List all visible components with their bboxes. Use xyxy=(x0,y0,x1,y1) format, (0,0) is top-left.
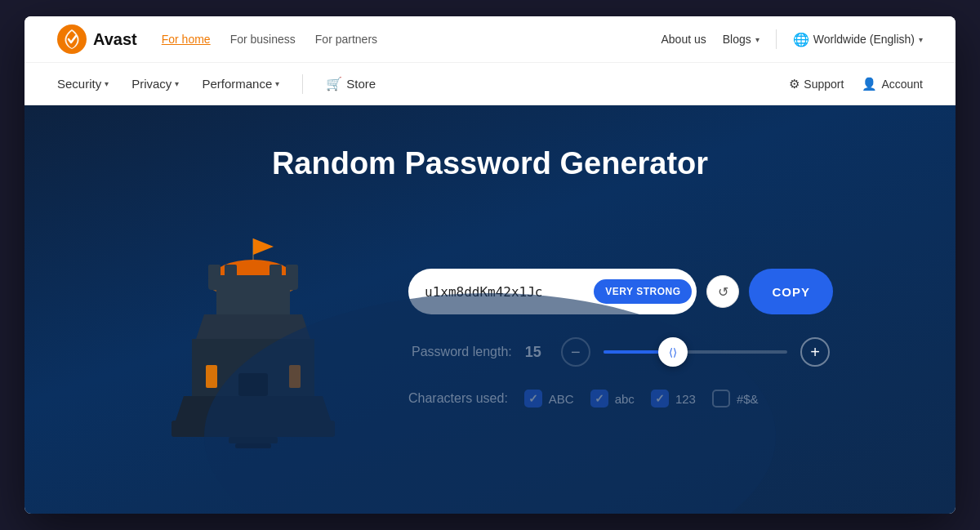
nav-privacy[interactable]: Privacy ▾ xyxy=(131,63,179,105)
slider-row: Password length: 15 − ⟨⟩ + xyxy=(408,337,833,367)
logo[interactable]: Avast xyxy=(57,24,137,54)
main-content: Random Password Generator xyxy=(24,105,956,514)
fortress-illustration xyxy=(147,222,359,454)
checkbox-ABC[interactable]: ✓ xyxy=(524,390,542,408)
password-row: u1xm8ddKm42x1Jc VERY STRONG ↺ COPY xyxy=(408,269,833,314)
nav-bottom-right: ⚙ Support 👤 Account xyxy=(789,77,923,91)
svg-marker-2 xyxy=(253,238,274,255)
svg-rect-15 xyxy=(238,373,268,396)
svg-rect-10 xyxy=(216,290,290,314)
nav-for-business[interactable]: For business xyxy=(230,33,296,46)
worldwide-chevron-icon: ▾ xyxy=(919,35,923,44)
nav-top-links: For home For business For partners xyxy=(162,33,377,46)
nav-top: Avast For home For business For partners… xyxy=(24,16,956,63)
avast-logo-icon xyxy=(57,24,87,54)
logo-text: Avast xyxy=(93,30,137,49)
slider-thumb[interactable]: ⟨⟩ xyxy=(658,337,688,367)
svg-rect-17 xyxy=(206,365,217,388)
nav-top-right: About us Blogs ▾ 🌐 Worldwide (English) ▾ xyxy=(661,29,923,49)
decrease-length-button[interactable]: − xyxy=(561,337,590,367)
nav-for-partners[interactable]: For partners xyxy=(315,33,377,46)
generator-panel: u1xm8ddKm42x1Jc VERY STRONG ↺ COPY Passw… xyxy=(408,269,833,408)
nav-about-us[interactable]: About us xyxy=(661,33,706,46)
nav-support[interactable]: ⚙ Support xyxy=(789,77,844,91)
char-special-label: #$& xyxy=(737,392,759,406)
increase-length-button[interactable]: + xyxy=(800,337,830,367)
svg-rect-20 xyxy=(229,437,278,443)
nav-bottom-separator xyxy=(302,74,303,94)
char-option-abc[interactable]: ✓ abc xyxy=(590,390,635,408)
chars-row: Characters used: ✓ ABC ✓ abc xyxy=(408,390,833,408)
checkbox-special[interactable] xyxy=(712,390,730,408)
nav-separator xyxy=(776,29,777,49)
slider-track xyxy=(604,350,787,354)
strength-badge: VERY STRONG xyxy=(594,279,692,304)
nav-blogs[interactable]: Blogs ▾ xyxy=(723,33,760,46)
privacy-chevron-icon: ▾ xyxy=(175,63,179,105)
char-123-label: 123 xyxy=(675,392,696,406)
checkbox-abc-mark: ✓ xyxy=(595,392,604,405)
checkbox-123-mark: ✓ xyxy=(655,392,665,405)
svg-rect-7 xyxy=(225,265,237,279)
nav-bottom: Security ▾ Privacy ▾ Performance ▾ 🛒 Sto… xyxy=(24,63,956,105)
browser-window: Avast For home For business For partners… xyxy=(24,16,956,514)
svg-rect-5 xyxy=(208,275,298,290)
copy-button[interactable]: COPY xyxy=(749,269,833,314)
cart-icon: 🛒 xyxy=(326,63,342,105)
nav-bottom-left: Security ▾ Privacy ▾ Performance ▾ 🛒 Sto… xyxy=(57,63,376,105)
page-title: Random Password Generator xyxy=(57,146,923,181)
svg-rect-6 xyxy=(208,265,220,279)
slider-thumb-icon: ⟨⟩ xyxy=(669,346,677,359)
nav-account[interactable]: 👤 Account xyxy=(862,77,923,91)
checkbox-abc[interactable]: ✓ xyxy=(590,390,608,408)
account-icon: 👤 xyxy=(862,77,877,91)
svg-rect-19 xyxy=(289,365,301,388)
svg-rect-8 xyxy=(286,265,298,279)
svg-rect-14 xyxy=(172,421,335,437)
char-option-123[interactable]: ✓ 123 xyxy=(651,390,696,408)
nav-for-home[interactable]: For home xyxy=(162,33,211,46)
nav-top-left: Avast For home For business For partners xyxy=(57,24,377,54)
svg-marker-13 xyxy=(176,396,331,421)
security-chevron-icon: ▾ xyxy=(105,63,109,105)
password-display: u1xm8ddKm42x1Jc xyxy=(425,284,587,300)
content-area: u1xm8ddKm42x1Jc VERY STRONG ↺ COPY Passw… xyxy=(57,222,923,454)
checkbox-ABC-mark: ✓ xyxy=(528,392,538,405)
checkbox-123[interactable]: ✓ xyxy=(651,390,669,408)
slider-container[interactable]: ⟨⟩ xyxy=(604,337,787,367)
fortress-svg xyxy=(147,222,359,451)
performance-chevron-icon: ▾ xyxy=(275,63,279,105)
nav-worldwide[interactable]: 🌐 Worldwide (English) ▾ xyxy=(793,32,923,47)
refresh-button[interactable]: ↺ xyxy=(706,275,739,308)
char-abc-label: abc xyxy=(615,392,635,406)
support-icon: ⚙ xyxy=(789,77,800,91)
password-length-value: 15 xyxy=(525,344,548,361)
svg-rect-9 xyxy=(270,265,282,279)
password-length-label: Password length: xyxy=(412,345,512,359)
char-ABC-label: ABC xyxy=(549,392,574,406)
svg-marker-11 xyxy=(196,314,310,339)
char-option-ABC[interactable]: ✓ ABC xyxy=(524,390,574,408)
nav-security[interactable]: Security ▾ xyxy=(57,63,109,105)
svg-rect-21 xyxy=(235,443,271,448)
nav-store[interactable]: 🛒 Store xyxy=(326,63,376,105)
password-box: u1xm8ddKm42x1Jc VERY STRONG xyxy=(408,269,697,314)
globe-icon: 🌐 xyxy=(793,32,809,47)
blogs-chevron-icon: ▾ xyxy=(755,35,760,44)
nav-performance[interactable]: Performance ▾ xyxy=(202,63,279,105)
chars-label: Characters used: xyxy=(408,391,508,406)
char-option-special[interactable]: #$& xyxy=(712,390,759,408)
